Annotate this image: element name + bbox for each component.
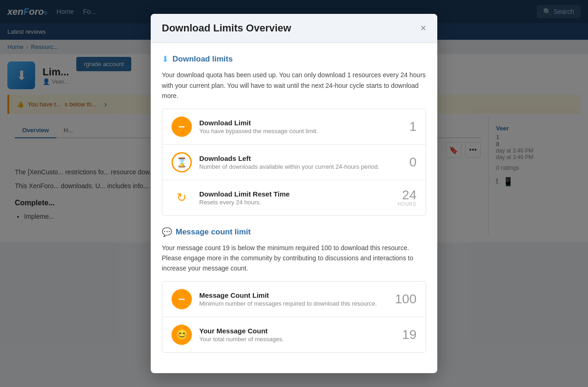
- refresh-icon: ↻: [172, 188, 192, 208]
- reset-time-info: Download Limit Reset Time Resets every 2…: [199, 190, 381, 206]
- download-limit-icon: −: [172, 117, 192, 137]
- downloads-left-item: ⌛ Downloads Left Number of downloads ava…: [162, 145, 426, 180]
- download-limit-value: 1: [389, 119, 416, 134]
- reset-time-desc: Resets every 24 hours.: [199, 199, 381, 206]
- message-limit-items: − Message Count Limit Minimum number of …: [162, 281, 426, 353]
- message-section-header: 💬 Message count limit: [162, 227, 426, 237]
- download-limits-modal: Download Limits Overview × ⬇ Download li…: [151, 14, 437, 373]
- downloads-left-desc: Number of downloads available within you…: [199, 163, 381, 170]
- message-section-title: Message count limit: [176, 227, 251, 237]
- download-section-title: Download limits: [172, 55, 233, 64]
- your-message-count-name: Your Message Count: [199, 327, 381, 335]
- message-count-limit-info: Message Count Limit Minimum number of me…: [199, 291, 381, 307]
- download-section-icon: ⬇: [162, 54, 169, 64]
- modal-title: Download Limits Overview: [162, 22, 291, 34]
- message-count-limit-value: 100: [389, 292, 416, 307]
- download-limit-item: − Download Limit You have bypassed the m…: [162, 109, 426, 145]
- modal-header: Download Limits Overview ×: [151, 14, 437, 43]
- hourglass-icon: ⌛: [172, 152, 192, 172]
- your-message-count-item: 😊 Your Message Count Your total number o…: [162, 317, 426, 352]
- message-section-icon: 💬: [162, 227, 172, 237]
- message-count-limit-desc: Minimum number of messages required to d…: [199, 300, 381, 307]
- download-section-header: ⬇ Download limits: [162, 54, 426, 64]
- modal-close-button[interactable]: ×: [420, 23, 426, 33]
- modal-body: ⬇ Download limits Your download quota ha…: [151, 43, 437, 373]
- reset-time-name: Download Limit Reset Time: [199, 190, 381, 198]
- downloads-left-value: 0: [389, 155, 416, 170]
- download-limit-desc: You have bypassed the message count limi…: [199, 128, 381, 135]
- message-count-limit-item: − Message Count Limit Minimum number of …: [162, 282, 426, 317]
- reset-time-unit: HOURS: [398, 202, 416, 207]
- your-message-count-desc: Your total number of messages.: [199, 336, 381, 343]
- reset-time-number: 24: [402, 189, 416, 202]
- message-count-limit-name: Message Count Limit: [199, 291, 381, 299]
- download-limit-items: − Download Limit You have bypassed the m…: [162, 109, 426, 216]
- download-limit-info: Download Limit You have bypassed the mes…: [199, 119, 381, 135]
- downloads-left-info: Downloads Left Number of downloads avail…: [199, 154, 381, 170]
- download-info-text: Your download quota has been used up. Yo…: [162, 70, 426, 101]
- downloads-left-name: Downloads Left: [199, 154, 381, 162]
- download-limit-name: Download Limit: [199, 119, 381, 127]
- modal-overlay[interactable]: Download Limits Overview × ⬇ Download li…: [0, 0, 588, 387]
- smiley-icon: 😊: [172, 325, 192, 345]
- message-info-text: Your message count 19 is below the minim…: [162, 243, 426, 274]
- reset-time-item: ↻ Download Limit Reset Time Resets every…: [162, 180, 426, 215]
- your-message-count-info: Your Message Count Your total number of …: [199, 327, 381, 343]
- message-count-limit-icon: −: [172, 289, 192, 309]
- your-message-count-value: 19: [389, 327, 416, 342]
- reset-time-value: 24 HOURS: [389, 189, 416, 207]
